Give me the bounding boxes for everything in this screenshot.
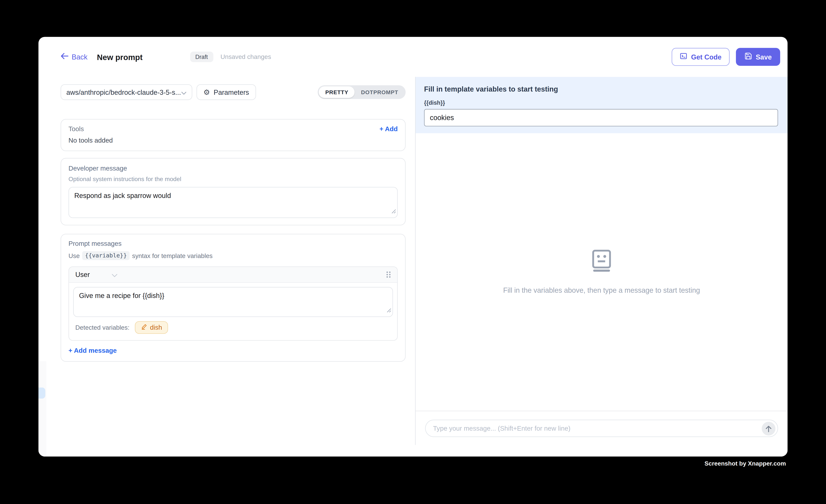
message-header: User	[69, 267, 397, 283]
hint-suffix: syntax for template variables	[132, 252, 213, 259]
variable-value-input[interactable]	[424, 109, 778, 126]
add-tool-button[interactable]: + Add	[379, 125, 398, 133]
message-block: User Give me a recipe for {{dish}}	[68, 266, 398, 341]
robot-face-icon	[592, 250, 611, 274]
back-label: Back	[72, 53, 87, 61]
get-code-button[interactable]: Get Code	[671, 48, 729, 66]
app-window: Back New prompt Draft Unsaved changes Ge…	[39, 37, 787, 456]
add-tool-label: Add	[385, 125, 398, 133]
save-button[interactable]: Save	[736, 48, 780, 66]
variables-title: Fill in template variables to start test…	[424, 85, 778, 93]
screenshot-background: Back New prompt Draft Unsaved changes Ge…	[0, 0, 826, 504]
add-message-button[interactable]: + Add message	[68, 347, 398, 354]
chat-input-section	[416, 411, 787, 445]
message-body: Give me a recipe for {{dish}} Detected v…	[69, 283, 397, 340]
variables-section: Fill in template variables to start test…	[416, 77, 787, 133]
add-message-label: Add message	[74, 347, 117, 354]
detected-variables-row: Detected variables: dish	[75, 321, 391, 334]
watermark-text: Screenshot by Xnapper.com	[705, 460, 786, 467]
back-button[interactable]: Back	[61, 53, 87, 61]
toggle-dotprompt[interactable]: DOTPROMPT	[355, 86, 405, 98]
detected-variables-label: Detected variables:	[75, 324, 129, 331]
resize-grip-icon[interactable]	[392, 206, 396, 216]
variable-chip-label: dish	[150, 324, 162, 331]
header: Back New prompt Draft Unsaved changes Ge…	[39, 37, 787, 77]
hint-prefix: Use	[68, 252, 80, 259]
prompt-editor-column: aws/anthropic/bedrock-claude-3-5-s... ⚙ …	[39, 77, 415, 445]
main-body: aws/anthropic/bedrock-claude-3-5-s... ⚙ …	[39, 77, 787, 445]
prompt-messages-card: Prompt messages Use {{variable}} syntax …	[61, 234, 406, 362]
sidebar-strip	[39, 361, 46, 456]
empty-state-text: Fill in the variables above, then type a…	[503, 287, 700, 295]
model-row: aws/anthropic/bedrock-claude-3-5-s... ⚙ …	[61, 84, 407, 100]
variable-chip-dish[interactable]: dish	[135, 321, 168, 334]
developer-message-textarea[interactable]: Respond as jack sparrow would	[68, 187, 398, 218]
status-badge: Draft	[190, 52, 213, 62]
template-hint: Use {{variable}} syntax for template var…	[68, 251, 398, 260]
parameters-label: Parameters	[214, 88, 249, 96]
edit-pencil-icon	[140, 323, 147, 332]
plus-icon: +	[379, 125, 384, 133]
save-label: Save	[756, 53, 772, 61]
chevron-down-icon[interactable]	[112, 270, 118, 279]
model-selector[interactable]: aws/anthropic/bedrock-claude-3-5-s...	[61, 84, 192, 100]
header-actions: Get Code Save	[671, 48, 780, 66]
variable-syntax-chip: {{variable}}	[82, 251, 129, 260]
resize-grip-icon[interactable]	[387, 306, 392, 315]
developer-message-subtitle: Optional system instructions for the mod…	[68, 176, 398, 182]
model-selector-value: aws/anthropic/bedrock-claude-3-5-s...	[66, 88, 181, 96]
chat-empty-state: Fill in the variables above, then type a…	[416, 133, 787, 411]
window-footer	[39, 445, 787, 456]
prompt-messages-title: Prompt messages	[68, 240, 398, 248]
terminal-icon	[680, 52, 687, 62]
chevron-down-icon	[181, 88, 186, 96]
developer-message-card: Developer message Optional system instru…	[61, 158, 406, 225]
unsaved-changes-label: Unsaved changes	[220, 53, 271, 60]
sidebar-active-item	[39, 387, 45, 398]
chat-message-input[interactable]	[433, 425, 755, 432]
gear-icon: ⚙	[203, 88, 210, 96]
chat-input-box	[425, 420, 778, 437]
test-panel: Fill in template variables to start test…	[415, 77, 787, 445]
message-textarea[interactable]: Give me a recipe for {{dish}}	[73, 287, 393, 317]
parameters-button[interactable]: ⚙ Parameters	[196, 84, 256, 100]
variable-name-label: {{dish}}	[424, 100, 778, 106]
save-icon	[744, 52, 752, 62]
role-select[interactable]: User	[75, 270, 90, 278]
plus-icon: +	[68, 347, 72, 354]
toggle-pretty[interactable]: PRETTY	[319, 86, 355, 98]
get-code-label: Get Code	[691, 53, 721, 61]
tools-title: Tools	[68, 125, 84, 133]
view-mode-toggle: PRETTY DOTPROMPT	[318, 85, 406, 99]
page-title: New prompt	[97, 52, 142, 61]
tools-card: Tools + Add No tools added	[61, 119, 406, 151]
tools-empty-text: No tools added	[68, 137, 398, 144]
send-button[interactable]	[762, 422, 775, 436]
drag-handle-icon[interactable]	[386, 270, 391, 278]
arrow-left-icon	[61, 53, 68, 61]
developer-message-title: Developer message	[68, 165, 398, 172]
